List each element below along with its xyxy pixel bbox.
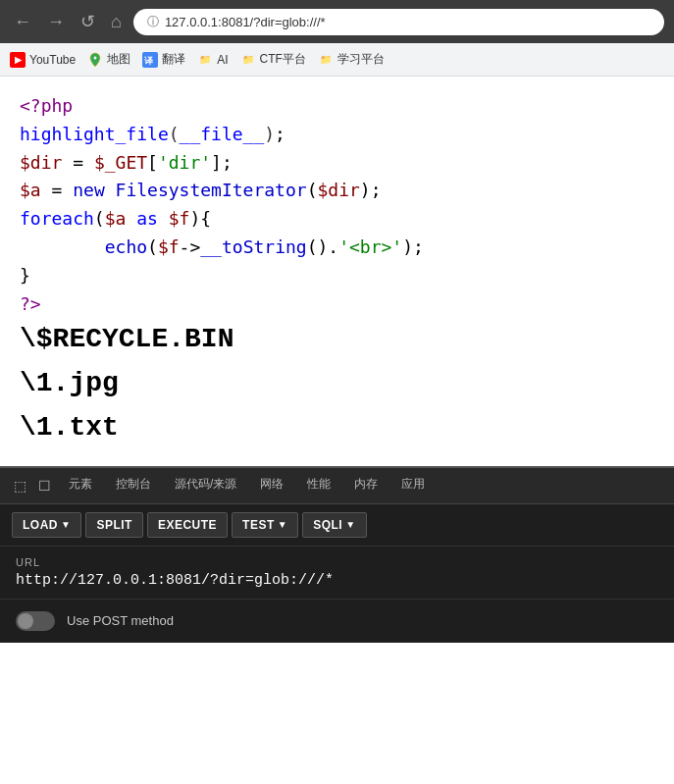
sqli-arrow-icon: ▼	[345, 519, 355, 530]
back-button[interactable]: ←	[10, 10, 35, 34]
post-method-label: Use POST method	[67, 613, 174, 628]
test-arrow-icon: ▼	[278, 519, 287, 530]
hackbar-toolbar: LOAD ▼ SPLIT EXECUTE TEST ▼ SQLI ▼	[0, 504, 674, 547]
highlight-func: highlight_file	[20, 124, 169, 144]
bookmark-youtube-label: YouTube	[29, 53, 76, 67]
maps-icon	[87, 52, 103, 68]
code-line-7: }	[20, 262, 654, 290]
hackbar-split-button[interactable]: SPLIT	[85, 512, 143, 538]
browser-toolbar: ← → ↺ ⌂ ⓘ 127.0.0.1:8081/?dir=glob:///*	[0, 0, 674, 43]
bookmark-study[interactable]: 📁 学习平台	[318, 51, 385, 68]
translate-icon: 译	[142, 52, 158, 68]
bookmark-ctf[interactable]: 📁 CTF平台	[240, 51, 306, 68]
hackbar-url-label: URL	[16, 556, 658, 568]
bookmark-maps-label: 地图	[107, 51, 130, 68]
tab-application[interactable]: 应用	[389, 468, 437, 502]
hackbar-sqli-button[interactable]: SQLI ▼	[302, 512, 366, 538]
code-line-4: $a = new FilesystemIterator($dir);	[20, 177, 654, 205]
bookmark-translate[interactable]: 译 翻译	[142, 51, 185, 68]
devtools-tabs: ⬚ ☐ 元素 控制台 源代码/来源 网络 性能 内存 应用	[0, 466, 674, 503]
tab-network[interactable]: 网络	[248, 468, 295, 502]
code-line-6: echo($f->__toString().'<br>');	[20, 234, 654, 262]
study-folder-icon: 📁	[318, 52, 334, 68]
output-line-3: \1.txt	[20, 406, 654, 450]
bookmark-translate-label: 翻译	[162, 51, 185, 68]
tab-source[interactable]: 源代码/来源	[163, 468, 248, 502]
load-arrow-icon: ▼	[61, 519, 71, 530]
code-line-5: foreach($a as $f){	[20, 205, 654, 234]
youtube-icon: ▶	[10, 52, 26, 68]
hackbar-test-button[interactable]: TEST ▼	[232, 512, 298, 538]
tab-memory[interactable]: 内存	[342, 468, 389, 502]
code-line-2: highlight_file(__file__);	[20, 121, 654, 149]
post-method-toggle[interactable]	[16, 611, 55, 631]
address-bar[interactable]: ⓘ 127.0.0.1:8081/?dir=glob:///*	[133, 9, 664, 35]
forward-button[interactable]: →	[43, 10, 69, 34]
url-text: 127.0.0.1:8081/?dir=glob:///*	[165, 15, 326, 29]
reload-button[interactable]: ↺	[77, 9, 99, 34]
hackbar-post-section: Use POST method	[0, 600, 674, 643]
code-line-php-close: ?>	[20, 290, 654, 319]
bookmark-study-label: 学习平台	[337, 51, 385, 68]
ctf-folder-icon: 📁	[240, 52, 256, 68]
bookmark-ai[interactable]: 📁 AI	[197, 52, 228, 68]
tab-performance[interactable]: 性能	[295, 468, 342, 502]
tab-console[interactable]: 控制台	[104, 468, 163, 502]
hackbar-execute-button[interactable]: EXECUTE	[147, 512, 228, 538]
code-line-1: <?php	[20, 92, 654, 121]
page-content: <?php highlight_file(__file__); $dir = $…	[0, 77, 674, 466]
output-line-1: \$RECYCLE.BIN	[20, 318, 654, 362]
hackbar-url-section: URL http://127.0.0.1:8081/?dir=glob:///*	[0, 547, 674, 600]
hackbar-url-value[interactable]: http://127.0.0.1:8081/?dir=glob:///*	[16, 572, 658, 589]
bookmark-ai-label: AI	[217, 53, 228, 67]
lock-icon: ⓘ	[147, 14, 159, 30]
bookmarks-bar: ▶ YouTube 地图 译 翻译 📁 AI 📁 CTF平台 📁 学习平台	[0, 43, 674, 77]
hackbar-load-button[interactable]: LOAD ▼	[12, 512, 81, 538]
tab-elements[interactable]: 元素	[57, 468, 104, 502]
output-line-2: \1.jpg	[20, 362, 654, 406]
svg-text:译: 译	[144, 56, 154, 66]
devtools-pointer-icon[interactable]: ⬚	[8, 470, 32, 501]
bookmark-ctf-label: CTF平台	[260, 51, 306, 68]
bookmark-maps[interactable]: 地图	[87, 51, 130, 68]
ai-folder-icon: 📁	[197, 52, 213, 68]
php-open-tag: <?php	[20, 95, 73, 116]
bookmark-youtube[interactable]: ▶ YouTube	[10, 52, 76, 68]
code-line-3: $dir = $_GET['dir'];	[20, 149, 654, 178]
home-button[interactable]: ⌂	[107, 10, 126, 34]
hackbar: LOAD ▼ SPLIT EXECUTE TEST ▼ SQLI ▼ URL h…	[0, 503, 674, 643]
devtools-inspect-icon[interactable]: ☐	[32, 470, 57, 501]
toggle-knob	[18, 613, 33, 629]
